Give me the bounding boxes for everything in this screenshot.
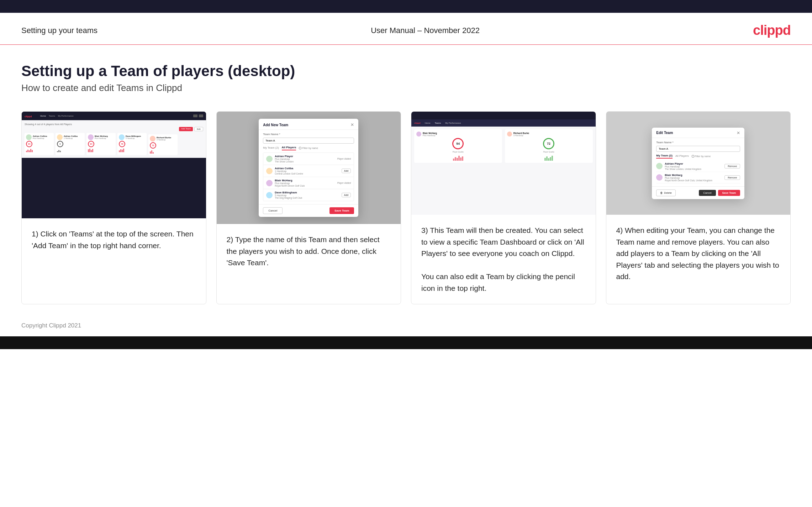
ss1-player-card-1: Adrian Collins Plus Handicap 84 [25,133,54,155]
card-1-text: 1) Click on 'Teams' at the top of the sc… [22,218,206,304]
add-player-4-button[interactable]: Add [342,193,351,197]
modal-close-icon[interactable]: ✕ [350,122,354,127]
add-player-2-button[interactable]: Add [342,169,351,173]
remove-player-2-button[interactable]: Remove [724,175,740,180]
ss1-topbar: clippd Home Teams My Performance [22,112,206,120]
ss3-topbar [411,112,596,119]
player-avatar-1 [266,156,273,162]
ss3-card-blair: Blair McHarg Plus Handicap 94 Player Qua… [414,129,502,163]
card-4-text: 4) When editing your Team, you can chang… [606,215,791,304]
card-2: Add New Team ✕ Team Name * My Team (2) A… [216,111,401,304]
edit-player-item-1: Adrian Player Plus Handicap The Show Lon… [656,161,740,172]
player-info-2: Adrian Coliba 1 Handicap Central London … [275,167,339,175]
ss1-player-card-4: Dave Billingam 5 Handicap 78 [117,133,147,155]
ss1-player-card-3: Blair McHarg Plus Handicap 94 [86,133,116,155]
modal-tab-my-team[interactable]: My Team (2) [263,146,279,150]
modal-player-item: Adrian Player Plus Handicap The Show Lon… [263,153,354,165]
delete-button[interactable]: 🗑 Delete [656,190,676,196]
add-team-modal: Add New Team ✕ Team Name * My Team (2) A… [259,119,358,217]
edit-modal-body: Team Name * My Team (2) All Players Filt… [652,138,744,186]
edit-team-name-input[interactable] [656,146,740,152]
ss1-player-card-2: Adrian Coliba 1 Handicap 0 [56,133,85,155]
screenshot-2: Add New Team ✕ Team Name * My Team (2) A… [217,112,401,224]
screenshot-3: clippd Home Teams My Performance Blair M… [411,112,596,215]
modal-player-item: Blair McHarg Plus Handicap Royal North D… [263,177,354,189]
modal-player-list: Adrian Player Plus Handicap The Show Lon… [263,153,354,201]
edit-team-modal: Edit Team ✕ Team Name * My Team (2) All … [652,128,744,199]
modal-player-item: Adrian Coliba 1 Handicap Central London … [263,165,354,177]
ss3-card-richard: Richard Burke 3 Handicap 72 Player Quali… [505,129,593,163]
main-content: Setting up a Team of players (desktop) H… [0,45,812,315]
edit-cancel-button[interactable]: Cancel [699,190,716,196]
header-left-text: Setting up your teams [21,26,97,35]
edit-avatar-2 [656,174,663,181]
card-1: clippd Home Teams My Performance Showing… [21,111,206,304]
player-info-1: Adrian Player Plus Handicap The Show Lon… [275,155,335,163]
header-center-text: User Manual – November 2022 [371,26,480,35]
page-title: Setting up a Team of players (desktop) [21,63,791,80]
modal-filter-checkbox: Filter by name [299,147,318,149]
player-avatar-3 [266,180,273,186]
modal-tab-all-players[interactable]: All Players [282,146,296,150]
player-avatar-2 [266,168,273,174]
modal-body: Team Name * My Team (2) All Players Filt… [259,130,358,204]
save-team-edit-button[interactable]: Save Team [718,190,740,196]
modal-team-name-input[interactable] [263,138,354,144]
top-bar [0,0,812,13]
edit-tab-all-players[interactable]: All Players [675,154,689,158]
footer: Copyright Clippd 2021 [0,315,812,336]
ss3-nav: clippd Home Teams My Performance [411,119,596,127]
player-info-4: Dave Billingham 5 Handicap The Dog Magin… [275,191,339,199]
card-2-text: 2) Type the name of this Team and then s… [217,224,401,304]
edit-modal-title: Edit Team [656,131,673,135]
modal-player-item: Dave Billingham 5 Handicap The Dog Magin… [263,189,354,201]
modal-team-name-label: Team Name * [263,133,354,136]
cards-row: clippd Home Teams My Performance Showing… [21,111,791,304]
header: Setting up your teams User Manual – Nove… [0,13,812,45]
ss3-player-cards: Blair McHarg Plus Handicap 94 Player Qua… [411,127,596,166]
ss1-breadcrumb: Showing 4 out of 4 players from All Play… [25,123,203,126]
screenshot-4: Edit Team ✕ Team Name * My Team (2) All … [606,112,791,215]
copyright-text: Copyright Clippd 2021 [21,322,81,329]
modal-tabs: My Team (2) All Players Filter by name [263,146,354,150]
card-4: Edit Team ✕ Team Name * My Team (2) All … [606,111,791,304]
edit-team-name-label: Team Name * [656,141,740,144]
save-team-button[interactable]: Save Team [329,207,354,214]
modal-header: Add New Team ✕ [259,119,358,130]
modal-title: Add New Team [263,123,288,127]
edit-modal-close-icon[interactable]: ✕ [737,130,740,135]
edit-modal-tabs: My Team (2) All Players Filter by name [656,154,740,159]
screenshot-1: clippd Home Teams My Performance Showing… [22,112,206,218]
edit-modal-header: Edit Team ✕ [652,128,744,138]
edit-tab-my-team[interactable]: My Team (2) [656,154,673,159]
page-subtitle: How to create and edit Teams in Clippd [21,82,791,94]
modal-footer: Cancel Save Team [259,204,358,217]
bottom-bar [0,336,812,349]
ss1-player-card-5: Richard Burke 3 Handicap 72 [148,134,178,155]
svg-text:clippd: clippd [25,115,32,118]
edit-player-info-2: Blair McHarg Plus Handicap Royal North D… [665,174,722,182]
edit-filter-checkbox: Filter by name [692,155,711,158]
card-3-text: 3) This Team will then be created. You c… [411,215,596,304]
edit-player-list: Adrian Player Plus Handicap The Show Lon… [656,161,740,183]
remove-player-1-button[interactable]: Remove [724,164,740,169]
cancel-button[interactable]: Cancel [263,207,283,214]
player-avatar-4 [266,192,273,198]
ss1-player-cards: Adrian Collins Plus Handicap 84 [25,133,203,155]
trash-icon: 🗑 [660,191,663,194]
ss1-content: Showing 4 out of 4 players from All Play… [22,120,206,158]
edit-avatar-1 [656,163,663,169]
player-info-3: Blair McHarg Plus Handicap Royal North D… [275,179,335,187]
card-3: clippd Home Teams My Performance Blair M… [411,111,596,304]
logo: clippd [753,23,791,38]
edit-player-info-1: Adrian Player Plus Handicap The Show Lon… [665,162,722,170]
edit-modal-footer: 🗑 Delete Cancel Save Team [652,186,744,199]
edit-player-item-2: Blair McHarg Plus Handicap Royal North D… [656,172,740,183]
